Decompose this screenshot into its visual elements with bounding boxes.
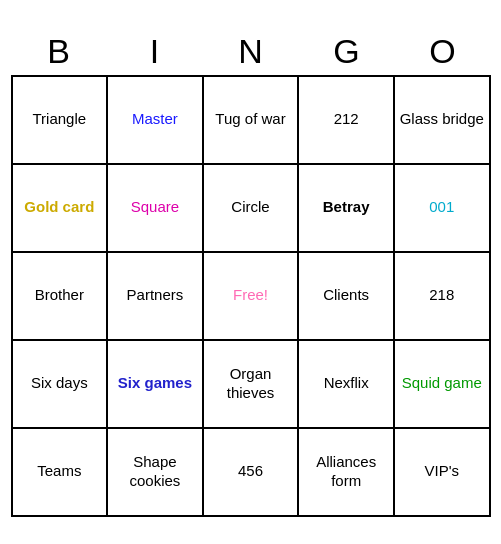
cell-r1-c1: Square	[107, 164, 203, 252]
table-row: TeamsShape cookies456Alliances formVIP's	[12, 428, 490, 516]
cell-r1-c2: Circle	[203, 164, 299, 252]
table-row: Gold cardSquareCircleBetray001	[12, 164, 490, 252]
header-g: G	[299, 28, 395, 75]
cell-r0-c0: Triangle	[12, 76, 108, 164]
cell-r2-c3: Clients	[298, 252, 394, 340]
header-i: I	[107, 28, 203, 75]
header-b: B	[11, 28, 107, 75]
cell-r2-c4: 218	[394, 252, 490, 340]
cell-r0-c4: Glass bridge	[394, 76, 490, 164]
cell-r1-c0: Gold card	[12, 164, 108, 252]
cell-r4-c0: Teams	[12, 428, 108, 516]
cell-r2-c2: Free!	[203, 252, 299, 340]
cell-r3-c2: Organ thieves	[203, 340, 299, 428]
cell-r3-c0: Six days	[12, 340, 108, 428]
cell-r0-c1: Master	[107, 76, 203, 164]
cell-r3-c1: Six games	[107, 340, 203, 428]
cell-r1-c3: Betray	[298, 164, 394, 252]
table-row: Six daysSix gamesOrgan thievesNexflixSqu…	[12, 340, 490, 428]
cell-r4-c3: Alliances form	[298, 428, 394, 516]
cell-r2-c0: Brother	[12, 252, 108, 340]
header-n: N	[203, 28, 299, 75]
bingo-grid: TriangleMasterTug of war212Glass bridgeG…	[11, 75, 491, 517]
cell-r0-c2: Tug of war	[203, 76, 299, 164]
table-row: BrotherPartnersFree!Clients218	[12, 252, 490, 340]
header-o: O	[395, 28, 491, 75]
cell-r0-c3: 212	[298, 76, 394, 164]
cell-r2-c1: Partners	[107, 252, 203, 340]
cell-r4-c1: Shape cookies	[107, 428, 203, 516]
cell-r4-c4: VIP's	[394, 428, 490, 516]
cell-r4-c2: 456	[203, 428, 299, 516]
bingo-header: B I N G O	[11, 28, 491, 75]
cell-r3-c3: Nexflix	[298, 340, 394, 428]
cell-r1-c4: 001	[394, 164, 490, 252]
cell-r3-c4: Squid game	[394, 340, 490, 428]
table-row: TriangleMasterTug of war212Glass bridge	[12, 76, 490, 164]
